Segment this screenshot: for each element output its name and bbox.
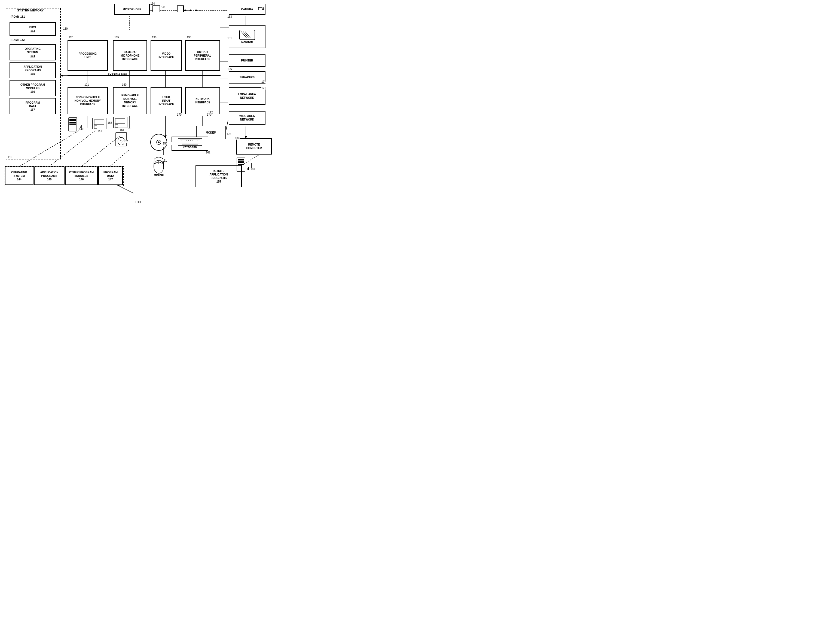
svg-rect-99 [238, 159, 244, 160]
floppy3-ref: 152 [124, 140, 140, 143]
svg-rect-102 [238, 164, 244, 165]
processing-unit-box: PROCESSINGUNIT [68, 40, 108, 71]
floppy2-ref: 151 [120, 128, 136, 131]
svg-point-94 [120, 140, 122, 142]
lan-label: LOCAL AREANETWORK [238, 92, 256, 100]
user-input-if-box: USERINPUTINTERFACE [151, 87, 182, 114]
cdrom-ref: 156 [163, 142, 182, 145]
camera-icon [258, 6, 264, 11]
svg-rect-79 [70, 122, 76, 123]
ref-110: 110 [8, 156, 12, 159]
non-removable-if-label: NON-REMOVABLENON-VOL. MEMORYINTERFACE [74, 96, 101, 106]
bottom-data-ref: 147 [108, 178, 113, 181]
removable-if-box: REMOVABLENON-VOL.MEMORYINTERFACE [113, 87, 147, 114]
processing-unit-ref: 120 [69, 36, 73, 39]
bottom-os-box: OPERATINGSYSTEM 144 [5, 166, 34, 185]
remote-computer-ref: 180 [235, 137, 239, 140]
remote-computer-label: REMOTECOMPUTER [246, 143, 262, 150]
svg-rect-57 [258, 7, 262, 10]
system-bus-label: SYSTEM BUS [108, 73, 127, 76]
bottom-data-box: PROGRAMDATA 147 [98, 166, 123, 185]
remote-hdd-ref: 181 [250, 168, 272, 171]
keyboard-label: KEYBOARD [183, 146, 197, 149]
rom-label: (ROM) 131 [9, 15, 26, 18]
other-modules-box: OTHER PROGRAMMODULES 136 [9, 80, 56, 96]
non-removable-if-box: NON-REMOVABLENON-VOL. MEMORYINTERFACE [68, 87, 108, 114]
svg-rect-101 [238, 162, 244, 163]
user-input-if-ref: 170 [177, 113, 182, 116]
other-modules-ref: 136 [31, 90, 35, 94]
rom-ref: 131 [20, 15, 25, 18]
ram-label: (RAM) 132 [9, 38, 26, 42]
svg-rect-77 [70, 119, 76, 120]
bottom-app-ref: 145 [47, 178, 52, 181]
network-if-label: NETWORKINTERFACE [195, 97, 210, 104]
remote-computer-box: REMOTECOMPUTER [236, 138, 272, 154]
speakers-label: SPEAKERS [239, 75, 255, 79]
os-label: OPERATINGSYSTEM [25, 47, 41, 54]
svg-rect-87 [94, 126, 97, 128]
microphone-box: MICROPHONE [114, 4, 150, 15]
bottom-app-box: APPLICATIONPROGRAMS 145 [34, 166, 65, 185]
bottom-os-ref: 144 [17, 178, 22, 181]
svg-rect-100 [238, 160, 244, 162]
removable-if-ref: 160 [122, 83, 127, 86]
svg-rect-89 [115, 119, 125, 123]
program-data-ref: 137 [31, 108, 35, 112]
bios-ref: 133 [31, 29, 35, 32]
cdrom-area: 156 [149, 133, 168, 156]
svg-marker-8 [60, 74, 63, 77]
camera-ref: 163 [227, 15, 232, 18]
floppy1-ref: 141 [97, 129, 113, 132]
svg-point-97 [158, 142, 159, 143]
lan-box: LOCAL AREANETWORK [229, 87, 266, 105]
connector-box-2 [177, 5, 184, 12]
non-removable-if-ref: 121 [84, 83, 89, 86]
remote-hdd-area: 181 [236, 157, 258, 176]
floppy1-area: 141 [92, 117, 108, 135]
mouse-area: MOUSE 161 [152, 156, 165, 180]
modem-ref: 173 [227, 133, 231, 136]
floppy3-area: 152 [113, 132, 129, 153]
camera-label: CAMERA [241, 8, 253, 11]
bottom-os-label: OPERATINGSYSTEM [11, 171, 27, 178]
monitor-icon [239, 29, 255, 41]
wan-label: WIDE AREANETWORK [239, 114, 255, 121]
bios-label: BIOS [29, 26, 36, 29]
svg-point-23 [184, 9, 186, 11]
output-periph-if-box: OUTPUTPERIPHERALINTERFACE [185, 40, 220, 71]
speakers-box: SPEAKERS [229, 71, 266, 83]
video-if-ref: 190 [152, 36, 156, 39]
ref-168: 168 [161, 6, 165, 9]
wan-box: WIDE AREANETWORK [229, 111, 266, 125]
speakers-ref: 197 [261, 80, 266, 83]
floppy2-area: 151 [113, 116, 129, 134]
diagram: SYSTEM MEMORY (ROM) 131 BIOS 133 (RAM) 1… [0, 0, 275, 215]
remote-app-box: REMOTEAPPLICATIONPROGRAMS 185 [196, 165, 242, 187]
bottom-app-label: APPLICATIONPROGRAMS [40, 171, 58, 178]
network-if-box: NETWORKINTERFACE [185, 87, 220, 114]
hdd-area: 140 [68, 117, 90, 136]
svg-line-49 [117, 185, 133, 193]
system-memory-label: SYSTEM MEMORY [16, 9, 44, 12]
remote-app-ref: 185 [216, 180, 221, 183]
os-box: OPERATINGSYSTEM 134 [9, 44, 56, 60]
keyboard-ref: 162 [206, 151, 210, 154]
monitor-label: MONITOR [241, 41, 253, 44]
svg-rect-52 [239, 30, 255, 40]
processing-unit-label: PROCESSINGUNIT [79, 52, 97, 59]
app-programs-label: APPLICATIONPROGRAMS [23, 65, 42, 72]
remote-app-label: REMOTEAPPLICATIONPROGRAMS [209, 169, 228, 180]
app-programs-box: APPLICATIONPROGRAMS 135 [9, 62, 56, 79]
ref-100-label: 100 [135, 200, 141, 204]
output-periph-if-ref: 195 [187, 36, 192, 39]
camera-mic-if-ref: 165 [114, 36, 119, 39]
microphone-ref: 164 [150, 2, 155, 5]
bottom-modules-box: OTHER PROGRAMMODULES 146 [65, 166, 98, 185]
bios-box: BIOS 133 [9, 22, 56, 36]
other-modules-label: OTHER PROGRAMMODULES [20, 83, 45, 90]
bottom-modules-label: OTHER PROGRAMMODULES [69, 171, 94, 178]
mouse-ref: 161 [162, 159, 176, 162]
mouse-label: MOUSE [152, 174, 165, 177]
ref-155: 155 [108, 121, 112, 124]
